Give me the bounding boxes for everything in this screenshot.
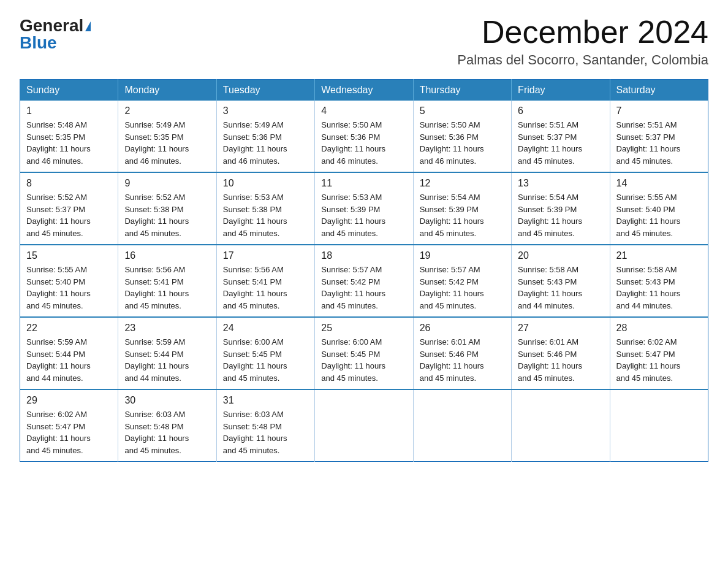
calendar-week-row: 8Sunrise: 5:52 AMSunset: 5:37 PMDaylight…	[20, 172, 708, 245]
table-row	[413, 389, 511, 462]
table-row: 6Sunrise: 5:51 AMSunset: 5:37 PMDaylight…	[512, 101, 610, 172]
day-number: 3	[223, 105, 308, 117]
day-info: Sunrise: 5:59 AMSunset: 5:44 PMDaylight:…	[26, 336, 112, 384]
day-info: Sunrise: 5:57 AMSunset: 5:42 PMDaylight:…	[321, 264, 406, 312]
day-info: Sunrise: 5:53 AMSunset: 5:39 PMDaylight:…	[321, 191, 406, 239]
day-number: 21	[616, 250, 702, 261]
day-number: 24	[223, 323, 308, 334]
day-info: Sunrise: 5:58 AMSunset: 5:43 PMDaylight:…	[616, 264, 702, 312]
day-info: Sunrise: 5:59 AMSunset: 5:44 PMDaylight:…	[124, 336, 210, 384]
day-info: Sunrise: 5:50 AMSunset: 5:36 PMDaylight:…	[321, 119, 406, 167]
day-info: Sunrise: 5:55 AMSunset: 5:40 PMDaylight:…	[616, 191, 702, 239]
title-block: December 2024 Palmas del Socorro, Santan…	[457, 15, 708, 68]
calendar-header-row: Sunday Monday Tuesday Wednesday Thursday…	[20, 80, 708, 101]
table-row: 12Sunrise: 5:54 AMSunset: 5:39 PMDayligh…	[413, 172, 511, 245]
table-row: 17Sunrise: 5:56 AMSunset: 5:41 PMDayligh…	[216, 245, 314, 317]
day-info: Sunrise: 5:52 AMSunset: 5:38 PMDaylight:…	[124, 191, 210, 239]
header-saturday: Saturday	[610, 80, 708, 101]
header-wednesday: Wednesday	[315, 80, 413, 101]
table-row: 3Sunrise: 5:49 AMSunset: 5:36 PMDaylight…	[216, 101, 314, 172]
day-info: Sunrise: 5:48 AMSunset: 5:35 PMDaylight:…	[26, 119, 112, 167]
day-info: Sunrise: 5:49 AMSunset: 5:36 PMDaylight:…	[223, 119, 308, 167]
table-row: 24Sunrise: 6:00 AMSunset: 5:45 PMDayligh…	[216, 317, 314, 389]
day-number: 15	[26, 250, 112, 261]
day-number: 31	[223, 395, 308, 406]
day-number: 8	[26, 178, 112, 189]
table-row: 23Sunrise: 5:59 AMSunset: 5:44 PMDayligh…	[118, 317, 216, 389]
header-friday: Friday	[512, 80, 610, 101]
day-number: 7	[616, 105, 702, 117]
calendar-week-row: 22Sunrise: 5:59 AMSunset: 5:44 PMDayligh…	[20, 317, 708, 389]
day-number: 20	[518, 250, 603, 261]
day-info: Sunrise: 5:58 AMSunset: 5:43 PMDaylight:…	[518, 264, 603, 312]
table-row: 27Sunrise: 6:01 AMSunset: 5:46 PMDayligh…	[512, 317, 610, 389]
day-info: Sunrise: 5:53 AMSunset: 5:38 PMDaylight:…	[223, 191, 308, 239]
day-info: Sunrise: 6:02 AMSunset: 5:47 PMDaylight:…	[26, 408, 112, 456]
day-number: 12	[420, 178, 505, 189]
day-number: 25	[321, 323, 406, 334]
table-row: 8Sunrise: 5:52 AMSunset: 5:37 PMDaylight…	[20, 172, 118, 245]
table-row: 11Sunrise: 5:53 AMSunset: 5:39 PMDayligh…	[315, 172, 413, 245]
day-number: 14	[616, 178, 702, 189]
day-info: Sunrise: 5:56 AMSunset: 5:41 PMDaylight:…	[223, 264, 308, 312]
calendar-table: Sunday Monday Tuesday Wednesday Thursday…	[20, 79, 708, 462]
day-info: Sunrise: 5:54 AMSunset: 5:39 PMDaylight:…	[518, 191, 603, 239]
day-number: 2	[124, 105, 210, 117]
day-number: 30	[124, 395, 210, 406]
day-info: Sunrise: 6:03 AMSunset: 5:48 PMDaylight:…	[124, 408, 210, 456]
table-row: 26Sunrise: 6:01 AMSunset: 5:46 PMDayligh…	[413, 317, 511, 389]
day-number: 27	[518, 323, 603, 334]
table-row: 2Sunrise: 5:49 AMSunset: 5:35 PMDaylight…	[118, 101, 216, 172]
header-sunday: Sunday	[20, 80, 118, 101]
header-monday: Monday	[118, 80, 216, 101]
day-number: 13	[518, 178, 603, 189]
day-number: 4	[321, 105, 406, 117]
location-text: Palmas del Socorro, Santander, Colombia	[457, 52, 708, 68]
day-number: 29	[26, 395, 112, 406]
table-row: 16Sunrise: 5:56 AMSunset: 5:41 PMDayligh…	[118, 245, 216, 317]
day-number: 23	[124, 323, 210, 334]
calendar-week-row: 15Sunrise: 5:55 AMSunset: 5:40 PMDayligh…	[20, 245, 708, 317]
day-info: Sunrise: 5:55 AMSunset: 5:40 PMDaylight:…	[26, 264, 112, 312]
table-row	[315, 389, 413, 462]
header-thursday: Thursday	[413, 80, 511, 101]
day-number: 1	[26, 105, 112, 117]
table-row: 5Sunrise: 5:50 AMSunset: 5:36 PMDaylight…	[413, 101, 511, 172]
table-row: 20Sunrise: 5:58 AMSunset: 5:43 PMDayligh…	[512, 245, 610, 317]
day-info: Sunrise: 6:01 AMSunset: 5:46 PMDaylight:…	[518, 336, 603, 384]
table-row: 21Sunrise: 5:58 AMSunset: 5:43 PMDayligh…	[610, 245, 708, 317]
logo: General Blue	[20, 17, 91, 52]
day-number: 28	[616, 323, 702, 334]
table-row: 25Sunrise: 6:00 AMSunset: 5:45 PMDayligh…	[315, 317, 413, 389]
day-info: Sunrise: 6:03 AMSunset: 5:48 PMDaylight:…	[223, 408, 308, 456]
day-number: 5	[420, 105, 505, 117]
table-row: 7Sunrise: 5:51 AMSunset: 5:37 PMDaylight…	[610, 101, 708, 172]
day-number: 17	[223, 250, 308, 261]
table-row: 28Sunrise: 6:02 AMSunset: 5:47 PMDayligh…	[610, 317, 708, 389]
day-info: Sunrise: 6:00 AMSunset: 5:45 PMDaylight:…	[223, 336, 308, 384]
day-info: Sunrise: 5:52 AMSunset: 5:37 PMDaylight:…	[26, 191, 112, 239]
table-row	[512, 389, 610, 462]
day-info: Sunrise: 6:00 AMSunset: 5:45 PMDaylight:…	[321, 336, 406, 384]
table-row: 29Sunrise: 6:02 AMSunset: 5:47 PMDayligh…	[20, 389, 118, 462]
month-title: December 2024	[457, 15, 708, 50]
table-row: 14Sunrise: 5:55 AMSunset: 5:40 PMDayligh…	[610, 172, 708, 245]
table-row: 19Sunrise: 5:57 AMSunset: 5:42 PMDayligh…	[413, 245, 511, 317]
table-row: 18Sunrise: 5:57 AMSunset: 5:42 PMDayligh…	[315, 245, 413, 317]
table-row: 1Sunrise: 5:48 AMSunset: 5:35 PMDaylight…	[20, 101, 118, 172]
day-number: 26	[420, 323, 505, 334]
day-info: Sunrise: 5:49 AMSunset: 5:35 PMDaylight:…	[124, 119, 210, 167]
day-info: Sunrise: 5:50 AMSunset: 5:36 PMDaylight:…	[420, 119, 505, 167]
table-row: 13Sunrise: 5:54 AMSunset: 5:39 PMDayligh…	[512, 172, 610, 245]
calendar-week-row: 29Sunrise: 6:02 AMSunset: 5:47 PMDayligh…	[20, 389, 708, 462]
day-info: Sunrise: 5:56 AMSunset: 5:41 PMDaylight:…	[124, 264, 210, 312]
logo-blue-text: Blue	[20, 34, 57, 52]
day-number: 18	[321, 250, 406, 261]
day-number: 16	[124, 250, 210, 261]
page-header: General Blue December 2024 Palmas del So…	[20, 15, 708, 68]
table-row: 30Sunrise: 6:03 AMSunset: 5:48 PMDayligh…	[118, 389, 216, 462]
day-info: Sunrise: 6:01 AMSunset: 5:46 PMDaylight:…	[420, 336, 505, 384]
day-info: Sunrise: 6:02 AMSunset: 5:47 PMDaylight:…	[616, 336, 702, 384]
table-row: 22Sunrise: 5:59 AMSunset: 5:44 PMDayligh…	[20, 317, 118, 389]
day-number: 6	[518, 105, 603, 117]
